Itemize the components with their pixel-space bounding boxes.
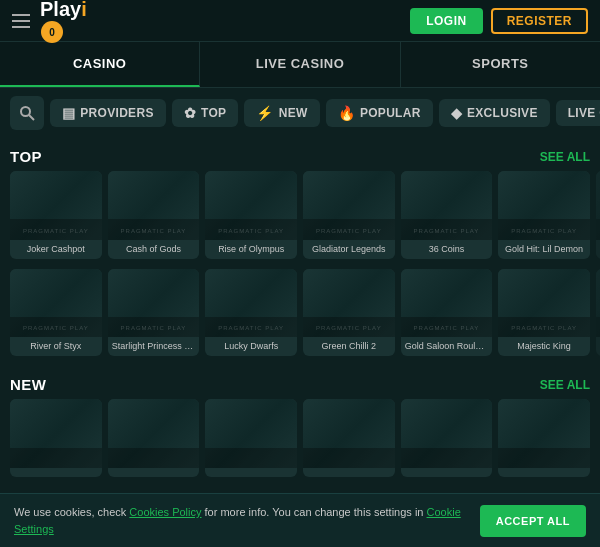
game-card[interactable]: PRAGMATIC PLAY Gladiator Legends <box>303 171 395 259</box>
game-name <box>498 468 590 477</box>
new-see-all[interactable]: SEE ALL <box>540 378 590 392</box>
top-section-header: TOP SEE ALL <box>0 138 600 171</box>
game-thumbnail: PRAGMATIC PLAY <box>10 171 102 240</box>
filter-popular[interactable]: 🔥 POPULAR <box>326 99 433 127</box>
new-icon: ⚡ <box>256 105 273 121</box>
game-watermark: PRAGMATIC PLAY <box>205 228 297 234</box>
game-name <box>108 468 200 477</box>
cookie-text: We use cookies, check Cookies Policy for… <box>14 504 466 537</box>
hamburger-icon[interactable] <box>12 14 30 28</box>
game-thumbnail: PRAGMATIC PLAY <box>108 171 200 240</box>
new-label: NEW <box>279 106 308 120</box>
game-card[interactable]: PRAGMATIC PLAY Lucky Dwarfs <box>205 269 297 357</box>
header-left: Playi0 <box>12 0 87 43</box>
game-card[interactable]: PRAGMATIC PLAY River of Styx <box>10 269 102 357</box>
game-thumbnail: PRAGMATIC PLAY <box>205 269 297 338</box>
game-card[interactable]: PRAGMATIC PLAY Cash of Gods <box>108 171 200 259</box>
game-thumbnail <box>108 399 200 468</box>
login-button[interactable]: LOGIN <box>410 8 483 34</box>
game-card[interactable]: PRAGMATIC PLAY 36 Coins <box>401 171 493 259</box>
game-watermark: PRAGMATIC PLAY <box>10 228 102 234</box>
game-thumbnail: PRAGMATIC PLAY <box>401 171 493 240</box>
filter-exclusive[interactable]: ◆ EXCLUSIVE <box>439 99 550 127</box>
game-watermark: PRAGMATIC PLAY <box>498 325 590 331</box>
game-card[interactable]: PRAGMATIC PLAY Gold Hit: Lil Demon <box>498 171 590 259</box>
game-thumbnail <box>596 171 600 240</box>
game-card[interactable]: PRAGMATIC PLAY Rise of Olympus <box>205 171 297 259</box>
game-card[interactable]: PRAGMATIC PLAY Green Chilli 2 <box>303 269 395 357</box>
svg-line-1 <box>29 115 34 120</box>
game-thumbnail: PRAGMATIC PLAY <box>205 171 297 240</box>
providers-label: PROVIDERS <box>80 106 153 120</box>
providers-icon: ▤ <box>62 105 75 121</box>
logo-text: Playi0 <box>40 0 87 43</box>
game-name <box>10 468 102 477</box>
game-thumbnail <box>498 399 590 468</box>
filter-providers[interactable]: ▤ PROVIDERS <box>50 99 166 127</box>
game-name: Green Chilli 2 <box>303 337 395 356</box>
game-card[interactable] <box>205 399 297 477</box>
logo: Playi0 <box>40 0 87 43</box>
game-name: Majestic King <box>498 337 590 356</box>
filter-new[interactable]: ⚡ NEW <box>244 99 319 127</box>
game-thumbnail: PRAGMATIC PLAY <box>108 269 200 338</box>
exclusive-label: EXCLUSIVE <box>467 106 538 120</box>
game-name: Gold Saloon Roulette <box>401 337 493 356</box>
game-card[interactable] <box>498 399 590 477</box>
game-thumbnail: PRAGMATIC PLAY <box>303 269 395 338</box>
game-card[interactable]: PRAGMATIC PLAY Gold Saloon Roulette <box>401 269 493 357</box>
game-watermark: PRAGMATIC PLAY <box>205 325 297 331</box>
top-games-row2: PRAGMATIC PLAY River of Styx PRAGMATIC P… <box>0 269 600 367</box>
game-name <box>401 468 493 477</box>
game-thumbnail <box>10 399 102 468</box>
nav-tabs: CASINO LIVE CASINO SPORTS <box>0 42 600 88</box>
top-see-all[interactable]: SEE ALL <box>540 150 590 164</box>
top-icon: ✿ <box>184 105 196 121</box>
game-card[interactable]: D... <box>596 171 600 259</box>
game-name: A... <box>596 337 600 356</box>
game-watermark: PRAGMATIC PLAY <box>10 325 102 331</box>
register-button[interactable]: REGISTER <box>491 8 588 34</box>
game-watermark: PRAGMATIC PLAY <box>498 228 590 234</box>
game-watermark: PRAGMATIC PLAY <box>108 228 200 234</box>
game-name: Joker Cashpot <box>10 240 102 259</box>
game-card[interactable]: PRAGMATIC PLAY Joker Cashpot <box>10 171 102 259</box>
popular-icon: 🔥 <box>338 105 355 121</box>
cookie-banner: We use cookies, check Cookies Policy for… <box>0 493 600 537</box>
game-name <box>205 468 297 477</box>
game-card[interactable]: PRAGMATIC PLAY Majestic King <box>498 269 590 357</box>
game-watermark: PRAGMATIC PLAY <box>303 325 395 331</box>
cookie-text-before: We use cookies, check <box>14 506 129 518</box>
accept-all-button[interactable]: ACCEPT ALL <box>480 505 586 537</box>
exclusive-icon: ◆ <box>451 105 462 121</box>
game-watermark: PRAGMATIC PLAY <box>303 228 395 234</box>
cookies-policy-link[interactable]: Cookies Policy <box>129 506 201 518</box>
search-button[interactable] <box>10 96 44 130</box>
game-name <box>303 468 395 477</box>
game-watermark: PRAGMATIC PLAY <box>401 228 493 234</box>
game-card[interactable]: PRAGMATIC PLAY Starlight Princess 1000 <box>108 269 200 357</box>
logo-coin: 0 <box>41 21 63 43</box>
live-games-label: LIVE GAMES <box>568 106 600 120</box>
tab-sports[interactable]: SPORTS <box>401 42 600 87</box>
game-name: Gladiator Legends <box>303 240 395 259</box>
header: Playi0 LOGIN REGISTER <box>0 0 600 42</box>
game-card[interactable] <box>401 399 493 477</box>
filter-top[interactable]: ✿ TOP <box>172 99 239 127</box>
game-card[interactable] <box>303 399 395 477</box>
game-thumbnail <box>303 399 395 468</box>
tab-casino[interactable]: CASINO <box>0 42 200 87</box>
game-card[interactable] <box>10 399 102 477</box>
new-title: NEW <box>10 376 47 393</box>
header-right: LOGIN REGISTER <box>410 8 588 34</box>
game-card[interactable]: A... <box>596 269 600 357</box>
cookie-text-middle: for more info. You can change this setti… <box>202 506 427 518</box>
game-thumbnail: PRAGMATIC PLAY <box>10 269 102 338</box>
game-name: Cash of Gods <box>108 240 200 259</box>
game-thumbnail: PRAGMATIC PLAY <box>401 269 493 338</box>
filter-live-games[interactable]: LIVE GAMES <box>556 100 600 126</box>
game-card[interactable] <box>108 399 200 477</box>
game-thumbnail <box>596 269 600 338</box>
tab-live-casino[interactable]: LIVE CASINO <box>200 42 400 87</box>
new-section-header: NEW SEE ALL <box>0 366 600 399</box>
